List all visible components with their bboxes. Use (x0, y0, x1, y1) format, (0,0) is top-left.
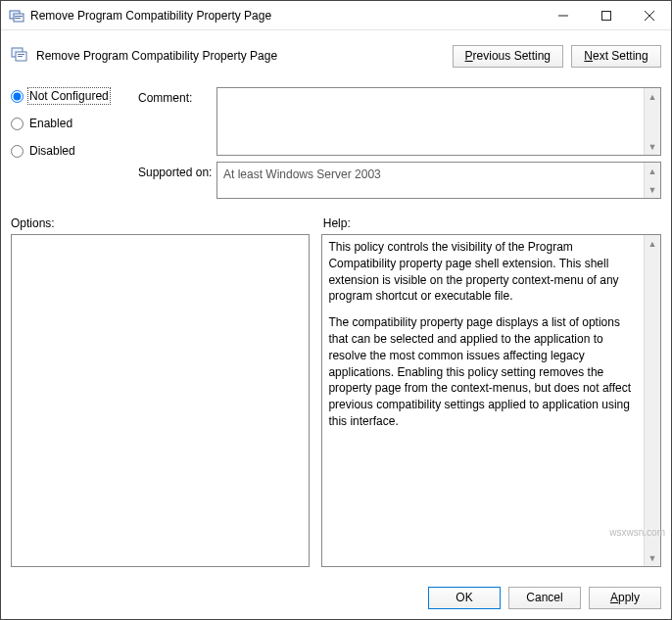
scroll-down-icon[interactable]: ▼ (645, 549, 660, 566)
radio-enabled[interactable]: Enabled (11, 117, 138, 130)
header-row: Remove Program Compatibility Property Pa… (11, 38, 661, 73)
scroll-down-icon[interactable]: ▼ (645, 138, 660, 155)
comment-field[interactable]: ▲ ▼ (216, 87, 661, 156)
window-title: Remove Program Compatibility Property Pa… (30, 9, 542, 23)
cancel-button[interactable]: Cancel (508, 587, 581, 609)
svg-rect-10 (18, 54, 24, 55)
svg-rect-5 (602, 11, 611, 20)
scrollbar[interactable]: ▲ ▼ (644, 163, 660, 198)
scroll-up-icon[interactable]: ▲ (645, 88, 660, 105)
help-label: Help: (323, 216, 351, 230)
svg-rect-2 (15, 16, 23, 17)
options-panel[interactable] (11, 234, 310, 567)
radio-disabled[interactable]: Disabled (11, 144, 138, 158)
footer: OK Cancel Apply (1, 577, 671, 619)
ok-button[interactable]: OK (428, 587, 501, 609)
scrollbar[interactable]: ▲ ▼ (644, 88, 660, 155)
scrollbar[interactable]: ▲ ▼ (644, 235, 660, 566)
scroll-up-icon[interactable]: ▲ (645, 235, 660, 252)
help-paragraph: This policy controls the visibility of t… (328, 239, 638, 305)
supported-on-label: Supported on: (138, 162, 216, 199)
minimize-button[interactable] (542, 1, 585, 29)
help-panel: This policy controls the visibility of t… (321, 234, 661, 567)
previous-setting-button[interactable]: Previous Setting (453, 45, 563, 68)
supported-on-field: At least Windows Server 2003 ▲ ▼ (216, 162, 661, 199)
svg-rect-3 (15, 18, 21, 19)
close-button[interactable] (628, 1, 671, 29)
titlebar: Remove Program Compatibility Property Pa… (1, 1, 671, 30)
svg-rect-11 (18, 56, 23, 57)
scroll-down-icon[interactable]: ▼ (645, 181, 660, 198)
scroll-up-icon[interactable]: ▲ (645, 163, 660, 179)
radio-not-configured[interactable]: Not Configured (11, 89, 138, 103)
content-area: Remove Program Compatibility Property Pa… (1, 30, 671, 577)
policy-title: Remove Program Compatibility Property Pa… (36, 49, 277, 63)
comment-label: Comment: (138, 87, 216, 156)
app-icon (9, 8, 24, 24)
policy-icon (11, 46, 28, 67)
options-label: Options: (11, 216, 323, 230)
apply-button[interactable]: Apply (589, 587, 661, 609)
maximize-button[interactable] (585, 1, 628, 29)
help-paragraph: The compatibility property page displays… (328, 314, 638, 430)
next-setting-button[interactable]: Next Setting (571, 45, 661, 68)
